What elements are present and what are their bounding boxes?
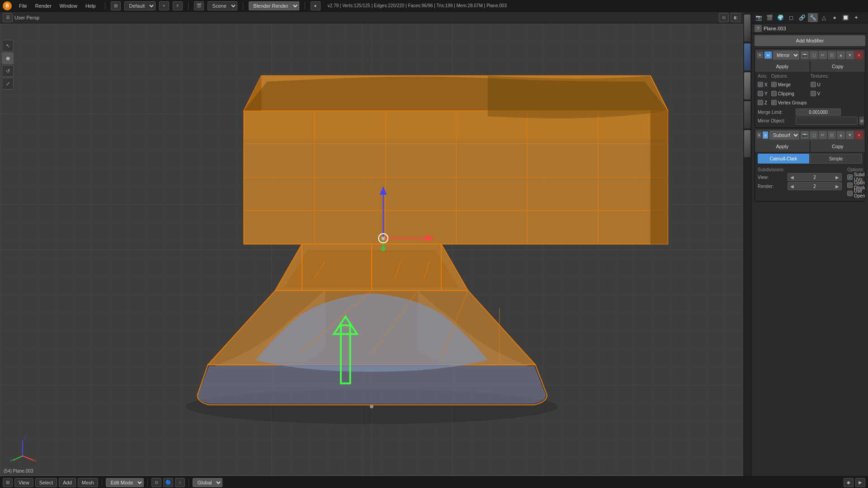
subsurf-down-icon[interactable]: ▼ <box>846 131 854 139</box>
view-sub-decrement[interactable]: ◀ <box>788 173 796 181</box>
3d-object <box>0 23 743 476</box>
prop-texture-icon[interactable]: 🔲 <box>840 13 850 22</box>
thumb-2[interactable] <box>744 43 750 70</box>
catmull-clark-tab[interactable]: Catmull-Clark <box>758 154 809 164</box>
view-sub-increment[interactable]: ▶ <box>833 173 841 181</box>
mirror-modifier-name-select[interactable]: Mirror <box>773 51 799 60</box>
edit-mode-select[interactable]: Edit Mode <box>106 478 144 487</box>
mirror-merge-limit-input[interactable] <box>796 108 841 116</box>
viewport[interactable]: ☰ User Persp ⊙ ◐ <box>0 12 743 476</box>
prop-object-icon[interactable]: ◻ <box>786 13 796 22</box>
viewport-menu-icon[interactable]: ☰ <box>3 13 13 22</box>
add-menu-btn[interactable]: Add <box>59 478 76 487</box>
mirror-z-checkbox[interactable] <box>758 100 763 105</box>
menu-file[interactable]: File <box>15 2 31 9</box>
optimal-display-checkbox[interactable] <box>847 183 853 188</box>
mirror-collapse-toggle[interactable]: ▼ <box>757 52 763 58</box>
render-sub-stepper[interactable]: ◀ 2 ▶ <box>788 182 842 190</box>
mirror-copy-button[interactable]: Copy <box>811 61 865 72</box>
add-modifier-button[interactable]: Add Modifier <box>755 35 865 46</box>
proportional-icon[interactable]: ○ <box>175 478 185 487</box>
view-sub-stepper[interactable]: ◀ 2 ▶ <box>788 173 842 181</box>
view-menu-btn[interactable]: View <box>14 478 33 487</box>
subsurf-close-icon[interactable]: × <box>855 131 863 139</box>
subsurf-cage-icon[interactable]: ⊡ <box>828 131 836 139</box>
prop-data-icon[interactable]: △ <box>819 13 829 22</box>
subsurf-apply-button[interactable]: Apply <box>755 141 810 152</box>
menu-window[interactable]: Window <box>56 2 81 9</box>
mirror-x-checkbox[interactable] <box>758 82 763 87</box>
thumb-1[interactable] <box>744 14 750 42</box>
menu-help[interactable]: Help <box>82 2 99 9</box>
prop-world-icon[interactable]: 🌍 <box>775 13 785 22</box>
properties-scroll-area[interactable]: Add Modifier ▼ M Mirror 📷 ◻ ✏ ⊡ <box>752 33 868 476</box>
subsurf-modifier-name-select[interactable]: Subsurf <box>769 131 799 140</box>
mirror-merge-row: Merge <box>771 80 807 89</box>
render-engine-select[interactable]: Blender Render <box>249 1 299 10</box>
thumb-4[interactable] <box>744 101 750 128</box>
mirror-edit-icon[interactable]: ✏ <box>819 51 827 59</box>
playback-icon[interactable]: ▶ <box>855 478 865 487</box>
simple-tab[interactable]: Simple <box>810 154 862 164</box>
rotate-tool[interactable]: ↺ <box>2 65 14 77</box>
scale-tool[interactable]: ⤢ <box>2 78 14 89</box>
subsurf-camera-icon[interactable]: 📷 <box>801 131 809 139</box>
render-sub-increment[interactable]: ▶ <box>833 182 841 190</box>
top-menu-bar: B File Render Window Help ⊞ Default + × … <box>0 0 868 12</box>
thumb-3[interactable] <box>744 72 750 99</box>
mirror-object-input[interactable] <box>796 117 858 125</box>
subsurf-render-icon[interactable]: ◻ <box>810 131 818 139</box>
viewport-overlay-btn[interactable]: ⊙ <box>719 13 729 22</box>
close-workspace-btn[interactable]: × <box>173 1 183 10</box>
pivot-icon[interactable]: ⊙ <box>151 478 161 487</box>
subsurf-edit-icon[interactable]: ✏ <box>819 131 827 139</box>
mirror-cage-icon[interactable]: ⊡ <box>828 51 836 59</box>
mirror-up-icon[interactable]: ▲ <box>837 51 845 59</box>
render-sub-decrement[interactable]: ◀ <box>788 182 796 190</box>
mirror-camera-icon[interactable]: 📷 <box>801 51 809 59</box>
keyframe-icon[interactable]: ◆ <box>844 478 854 487</box>
prop-modifier-icon[interactable]: 🔧 <box>808 13 818 22</box>
mirror-y-checkbox[interactable] <box>758 91 763 96</box>
mirror-clipping-row: Clipping <box>771 89 807 98</box>
thumb-5[interactable] <box>744 130 750 157</box>
subsurf-copy-button[interactable]: Copy <box>811 141 865 152</box>
subsurf-collapse-toggle[interactable]: ▼ <box>757 132 761 138</box>
select-menu-btn[interactable]: Select <box>35 478 57 487</box>
mirror-y-axis-row: Y <box>758 89 768 98</box>
prop-particles-icon[interactable]: ✦ <box>851 13 861 22</box>
shading-select[interactable]: Global <box>193 478 222 487</box>
subsurf-up-icon[interactable]: ▲ <box>837 131 845 139</box>
mirror-v-checkbox[interactable] <box>811 91 816 96</box>
prop-render-icon[interactable]: 📷 <box>754 13 764 22</box>
mirror-vertgroups-checkbox[interactable] <box>771 100 777 105</box>
mesh-menu-btn[interactable]: Mesh <box>78 478 98 487</box>
snap-icon[interactable]: 🔵 <box>163 478 173 487</box>
mirror-object-row: Mirror Object: ⊕ <box>758 117 862 125</box>
mirror-clipping-checkbox[interactable] <box>771 91 777 96</box>
scene-select[interactable]: Scene <box>208 1 237 10</box>
use-opensubdiv-checkbox[interactable] <box>847 191 853 196</box>
scene-info-icon[interactable]: ⊞ <box>3 478 13 487</box>
mirror-u-checkbox[interactable] <box>811 82 816 87</box>
cursor-tool[interactable]: ↖ <box>2 40 14 52</box>
layout-icon-btn[interactable]: ⊞ <box>111 1 121 10</box>
add-workspace-btn[interactable]: + <box>159 1 169 10</box>
prop-constraints-icon[interactable]: 🔗 <box>797 13 807 22</box>
transform-tool[interactable]: ⊕ <box>2 52 14 64</box>
mirror-mod-icon: M <box>764 52 772 59</box>
mirror-down-icon[interactable]: ▼ <box>846 51 854 59</box>
menu-render[interactable]: Render <box>32 2 55 9</box>
viewport-shading-btn[interactable]: ◐ <box>731 13 741 22</box>
mirror-options-label: Options: <box>771 74 807 79</box>
mirror-close-icon[interactable]: × <box>855 51 863 59</box>
prop-material-icon[interactable]: ● <box>830 13 840 22</box>
mirror-merge-checkbox[interactable] <box>771 82 777 87</box>
subdivide-uvs-checkbox[interactable] <box>847 174 853 180</box>
mirror-object-eyedropper[interactable]: ⊕ <box>859 117 864 125</box>
3d-canvas[interactable]: ↖ ⊕ ↺ ⤢ Z X Y (54) Plane.003 <box>0 23 743 476</box>
mirror-render-icon[interactable]: ◻ <box>810 51 818 59</box>
workspace-select[interactable]: Default <box>124 1 156 10</box>
mirror-apply-button[interactable]: Apply <box>755 61 810 72</box>
prop-scene-icon[interactable]: 🎬 <box>764 13 774 22</box>
